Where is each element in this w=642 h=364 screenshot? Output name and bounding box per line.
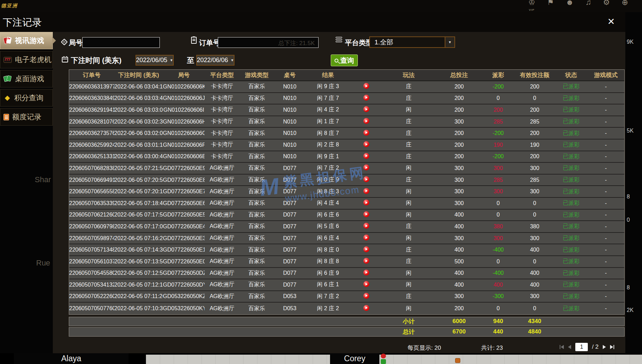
- query-button[interactable]: 查询: [331, 54, 358, 66]
- modal-title: 下注记录: [3, 16, 42, 29]
- cell-game-mode: -: [587, 305, 625, 312]
- cell-result: 闲 6 庄 6: [305, 211, 351, 219]
- cell-payout: 200: [483, 107, 514, 113]
- sidebar-item-5[interactable]: 额度记录: [0, 108, 53, 126]
- cell-status: 已派彩: [555, 235, 587, 242]
- last-page-icon[interactable]: [610, 345, 614, 349]
- cell-table-no: N010: [274, 142, 305, 148]
- cell-payout: 0: [483, 305, 514, 312]
- prev-page-icon[interactable]: [568, 345, 571, 349]
- replay-play-icon[interactable]: [363, 188, 369, 194]
- replay-play-icon[interactable]: [363, 211, 369, 217]
- cell-valid-bet: 300: [514, 188, 555, 195]
- cell-total-bet: 500: [436, 259, 483, 265]
- cell-order-no: 220605070669491: [69, 177, 114, 183]
- replay-play-icon[interactable]: [363, 281, 369, 287]
- cell-game-type: 百家乐: [239, 106, 274, 113]
- sidebar-item-label: 电子老虎机: [15, 55, 51, 65]
- cell-order-no: 220605070571348: [69, 247, 114, 253]
- table-row: 220605070598974 2022-06-05 07:16:22 GD07…: [69, 233, 624, 245]
- cell-order-no: 220606036303849: [69, 95, 114, 101]
- cell-bet-time: 2022-06-06 03:02:01: [114, 130, 163, 136]
- cell-bet-time: 2022-06-05 07:16:22: [114, 235, 163, 242]
- cell-total-bet: 300: [436, 165, 483, 171]
- cell-result: 闲 5 庄 6: [305, 223, 351, 230]
- first-page-icon[interactable]: [560, 345, 564, 349]
- cell-replay: [351, 188, 382, 195]
- replay-play-icon[interactable]: [363, 164, 369, 170]
- table-row: 220605070621260 2022-06-05 07:17:53 GD07…: [69, 210, 624, 221]
- cell-valid-bet: 200: [514, 84, 555, 90]
- replay-play-icon[interactable]: [363, 106, 369, 112]
- cell-payout: -200: [483, 84, 514, 90]
- cell-platform: AG欧洲厅: [205, 235, 239, 242]
- replay-play-icon[interactable]: [363, 305, 369, 311]
- cell-replay: [351, 164, 382, 172]
- cell-replay: [351, 258, 382, 265]
- replay-play-icon[interactable]: [363, 130, 369, 136]
- close-icon[interactable]: ✕: [607, 16, 615, 27]
- date-from-picker[interactable]: 2022/06/05▼: [135, 55, 174, 66]
- replay-play-icon[interactable]: [363, 246, 369, 252]
- replay-play-icon[interactable]: [363, 118, 369, 124]
- cell-result: 闲 6 庄 1: [305, 281, 351, 288]
- brand-logo: 德亚洲: [1, 3, 18, 9]
- top-icon-row: ♔VIP⚑☻♫⚙⊕: [528, 0, 628, 12]
- cell-game-mode: -: [587, 212, 625, 218]
- date-to-picker[interactable]: 2022/06/06▼: [196, 55, 234, 66]
- replay-play-icon[interactable]: [363, 270, 369, 276]
- cell-playway: 庄: [382, 176, 436, 184]
- cell-status: 已派彩: [555, 258, 587, 265]
- cell-payout: 380: [483, 223, 514, 230]
- round-no-label: 局号: [69, 38, 83, 48]
- sidebar-item-3[interactable]: 桌面游戏: [0, 70, 53, 87]
- replay-play-icon[interactable]: [363, 95, 369, 101]
- gear-icon[interactable]: ⚙: [603, 0, 610, 12]
- cell-game-mode: -: [587, 107, 625, 113]
- music-icon[interactable]: ♫: [585, 0, 591, 12]
- table-row: 220605070609798 2022-06-05 07:17:05 GD07…: [69, 221, 624, 233]
- cell-playway: 庄: [382, 130, 436, 137]
- user-icon[interactable]: ☻: [566, 0, 574, 12]
- cell-valid-bet: 200: [514, 107, 555, 113]
- cell-result: 闲 9 庄 1: [305, 153, 351, 160]
- cell-playway: 闲: [382, 200, 436, 207]
- vip-icon[interactable]: ♔VIP: [528, 0, 535, 12]
- subtotal-row: 小计60009404340: [69, 317, 625, 326]
- flag-icon[interactable]: ⚑: [547, 0, 554, 12]
- cell-total-bet: 200: [436, 95, 483, 101]
- page-input[interactable]: 1: [575, 343, 588, 351]
- table-row: 220605070534132 2022-06-05 07:12:14 GD07…: [69, 279, 624, 291]
- replay-play-icon[interactable]: [363, 235, 369, 240]
- sidebar-item-4[interactable]: ◆积分查询: [0, 89, 53, 107]
- replay-play-icon[interactable]: [363, 153, 369, 159]
- replay-play-icon[interactable]: [363, 258, 369, 264]
- sidebar-item-2[interactable]: 电子老虎机: [0, 51, 53, 68]
- replay-play-icon[interactable]: [363, 176, 369, 182]
- replay-play-icon[interactable]: [363, 293, 369, 299]
- cell-replay: [351, 305, 382, 312]
- language-globe-icon[interactable]: ⊕: [622, 0, 628, 12]
- replay-play-icon[interactable]: [363, 200, 369, 205]
- cell-round-no: GD077226050E1: [163, 247, 205, 253]
- cell-game-mode: -: [587, 235, 625, 242]
- replay-play-icon[interactable]: [363, 83, 369, 89]
- replay-play-icon[interactable]: [363, 223, 369, 229]
- lobby-bottom-strip: Alaya Corey: [0, 353, 642, 364]
- replay-play-icon[interactable]: [363, 141, 369, 147]
- player-name: Corey: [344, 354, 365, 363]
- cell-bet-time: 2022-06-06 03:01:14: [114, 142, 163, 148]
- cell-playway: 庄: [382, 83, 436, 90]
- cell-platform: AG欧洲厅: [205, 293, 239, 300]
- platform-type-select[interactable]: 1.全部 ▼: [369, 36, 455, 48]
- next-page-icon[interactable]: [603, 345, 606, 349]
- cell-status: 已派彩: [555, 141, 587, 149]
- order-no-input[interactable]: 总下注: 21.5K: [218, 37, 319, 48]
- cell-platform: 卡卡湾厅: [205, 83, 239, 90]
- modal-content: 局号 订单号 总下注: 21.5K 平台类型 1.全部 ▼ 下注时间 (美东) …: [53, 32, 625, 353]
- round-no-input[interactable]: [82, 37, 160, 48]
- cell-bet-time: 2022-06-05 07:12:14: [114, 282, 163, 288]
- cell-table-no: D077: [274, 165, 305, 171]
- sidebar-item-1[interactable]: 视讯游戏: [0, 32, 53, 49]
- cell-replay: [351, 118, 382, 125]
